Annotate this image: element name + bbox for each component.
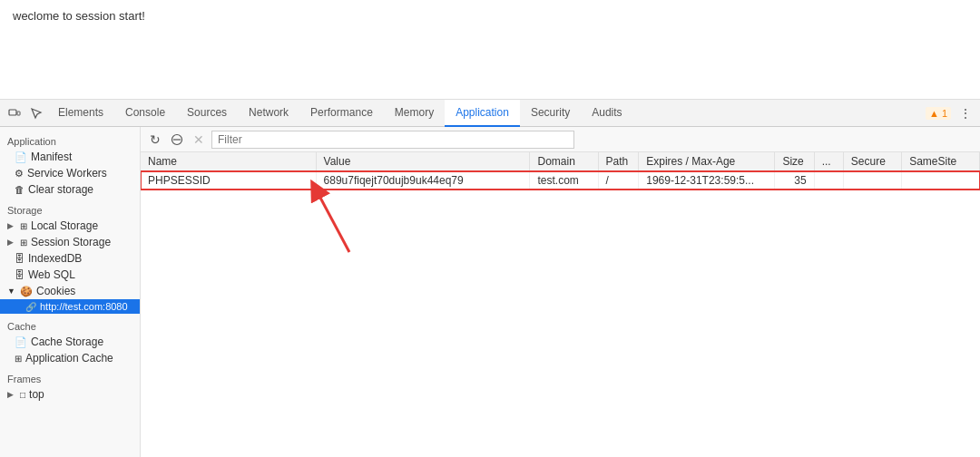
col-secure: Secure (843, 152, 901, 171)
sidebar-item-clear-storage[interactable]: 🗑 Clear storage (0, 181, 140, 198)
chevron-right-icon: ▶ (7, 221, 16, 230)
tab-sources[interactable]: Sources (176, 100, 238, 127)
refresh-button[interactable]: ↻ (146, 131, 164, 149)
col-name: Name (141, 152, 316, 171)
col-domain: Domain (530, 152, 598, 171)
sidebar-item-label: Local Storage (31, 219, 98, 232)
warning-badge: ▲ 1 (926, 107, 951, 120)
sidebar-item-label: Web SQL (28, 268, 75, 281)
sidebar-section-frames: Frames (0, 370, 140, 386)
tab-right-icons: ▲ 1 ⋮ (926, 102, 976, 124)
cookies-table-area: Name Value Domain Path Expires / Max-Age… (141, 152, 980, 457)
grid-icon: ⊞ (20, 221, 27, 231)
sidebar-item-local-storage[interactable]: ▶ ⊞ Local Storage (0, 218, 140, 234)
db-icon: 🗄 (15, 269, 24, 280)
sidebar-item-application-cache[interactable]: ⊞ Application Cache (0, 350, 140, 366)
col-samesite: SameSite (902, 152, 980, 171)
grid-icon: ⊞ (20, 238, 27, 248)
svg-rect-1 (17, 112, 20, 115)
col-extra: ... (814, 152, 843, 171)
sidebar-section-storage: Storage (0, 201, 140, 218)
sidebar-section-cache: Cache (0, 317, 140, 334)
sidebar-item-indexeddb[interactable]: 🗄 IndexedDB (0, 250, 140, 267)
col-expires: Expires / Max-Age (639, 152, 775, 171)
sidebar-item-cookie-url[interactable]: 🔗 http://test.com:8080 (0, 299, 140, 314)
cookies-table: Name Value Domain Path Expires / Max-Age… (141, 152, 980, 190)
tab-application[interactable]: Application (445, 100, 520, 127)
cookie-icon: 🍪 (20, 286, 33, 297)
sidebar-item-cache-storage[interactable]: 📄 Cache Storage (0, 334, 140, 350)
sidebar-item-service-workers[interactable]: ⚙ Service Workers (0, 165, 140, 181)
frame-icon: □ (20, 390, 25, 400)
gear-icon: ⚙ (15, 168, 24, 180)
grid-icon: ⊞ (15, 354, 22, 364)
cell-samesite (902, 171, 980, 190)
sidebar-item-label: Session Storage (31, 236, 111, 248)
tab-memory[interactable]: Memory (384, 100, 445, 127)
sidebar: Application 📄 Manifest ⚙ Service Workers… (0, 127, 141, 457)
chevron-right-icon: ▶ (7, 390, 16, 399)
col-value: Value (316, 152, 530, 171)
db-icon: 🗄 (15, 253, 24, 264)
sidebar-item-session-storage[interactable]: ▶ ⊞ Session Storage (0, 234, 140, 250)
chevron-right-icon: ▶ (7, 238, 16, 247)
sidebar-item-label: Cookies (36, 285, 75, 297)
page-message: weclome to session start! (13, 9, 145, 23)
cell-extra (814, 171, 843, 190)
chevron-down-icon: ▼ (7, 287, 16, 296)
sidebar-item-web-sql[interactable]: 🗄 Web SQL (0, 267, 140, 283)
file-icon: 📄 (15, 151, 27, 163)
content-toolbar: ↻ ✕ (141, 127, 980, 152)
file-icon: 📄 (15, 336, 27, 348)
sidebar-item-cookies-tree[interactable]: ▼ 🍪 Cookies (0, 283, 140, 299)
tab-network[interactable]: Network (238, 100, 299, 127)
delete-button[interactable]: ✕ (190, 131, 208, 149)
cell-domain: test.com (530, 171, 598, 190)
sidebar-item-label: IndexedDB (28, 252, 82, 265)
cell-secure (843, 171, 901, 190)
sidebar-item-label: Clear storage (28, 183, 93, 196)
filter-input[interactable] (211, 131, 574, 149)
sidebar-item-top-frame[interactable]: ▶ □ top (0, 386, 140, 403)
table-row[interactable]: PHPSESSID 689u7fiqejt70dujb9uk44eq79 tes… (141, 171, 980, 190)
more-options-icon[interactable]: ⋮ (955, 102, 976, 124)
sidebar-section-application: Application (0, 132, 140, 149)
sidebar-item-label: Manifest (31, 151, 72, 163)
svg-line-5 (313, 184, 349, 252)
tab-bar: Elements Console Sources Network Perform… (0, 100, 980, 127)
cell-value: 689u7fiqejt70dujb9uk44eq79 (316, 171, 530, 190)
svg-rect-0 (9, 110, 16, 115)
col-path: Path (598, 152, 639, 171)
tab-console[interactable]: Console (114, 100, 176, 127)
tab-performance[interactable]: Performance (299, 100, 384, 127)
link-icon: 🔗 (25, 302, 36, 312)
cell-path: / (598, 171, 639, 190)
sidebar-item-label: Application Cache (25, 352, 113, 365)
sidebar-item-label: Cache Storage (31, 335, 103, 348)
cell-name: PHPSESSID (141, 171, 316, 190)
cell-size: 35 (775, 171, 814, 190)
sidebar-item-label: Service Workers (27, 167, 107, 180)
sidebar-item-label: top (29, 388, 44, 401)
clear-button[interactable] (168, 131, 186, 149)
tab-audits[interactable]: Audits (581, 100, 632, 127)
sidebar-item-label: http://test.com:8080 (40, 301, 128, 312)
clear-icon: 🗑 (15, 184, 24, 195)
sidebar-item-manifest[interactable]: 📄 Manifest (0, 149, 140, 165)
tab-security[interactable]: Security (520, 100, 581, 127)
main-content: ↻ ✕ Name (141, 127, 980, 457)
inspect-icon[interactable] (25, 102, 47, 124)
device-toggle-icon[interactable] (4, 102, 25, 124)
cell-expires: 1969-12-31T23:59:5... (639, 171, 775, 190)
tab-elements[interactable]: Elements (47, 100, 114, 127)
col-size: Size (775, 152, 814, 171)
